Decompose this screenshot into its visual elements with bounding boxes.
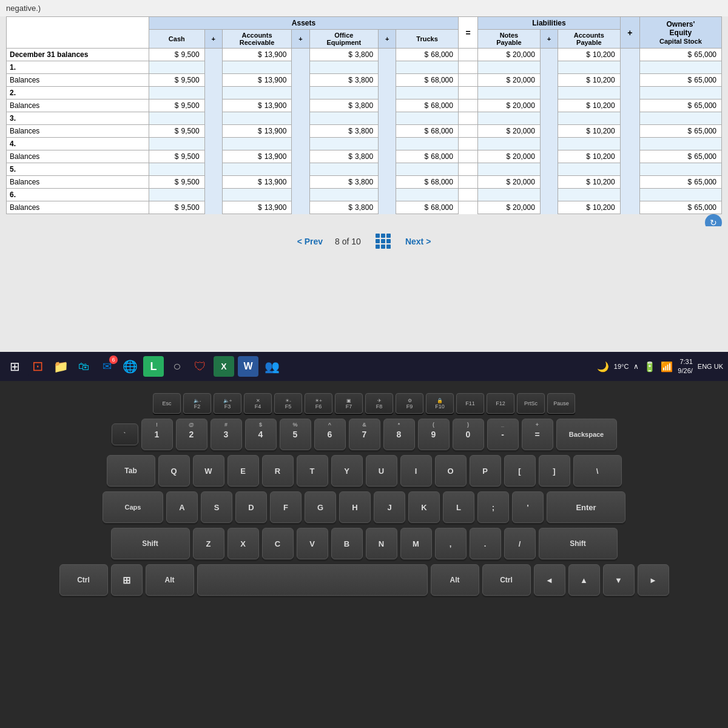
key-a[interactable]: A <box>166 491 198 523</box>
input-cash[interactable] <box>149 61 205 74</box>
key-g[interactable]: G <box>305 491 336 523</box>
key-pause[interactable]: Pause <box>547 393 575 414</box>
key-slash[interactable]: / <box>504 528 536 559</box>
windows-start-button[interactable]: ⊞ <box>5 357 24 376</box>
key-f6[interactable]: ☀+F6 <box>305 393 332 414</box>
input-ap[interactable] <box>558 163 620 176</box>
key-f4[interactable]: ✕F4 <box>244 393 272 414</box>
key-enter[interactable]: Enter <box>547 491 625 523</box>
key-rshift[interactable]: Shift <box>539 528 618 559</box>
input-ap[interactable] <box>558 87 620 99</box>
key-period[interactable]: . <box>470 528 501 559</box>
key-d[interactable]: D <box>235 491 267 523</box>
input-ar[interactable] <box>222 61 292 74</box>
key-z[interactable]: Z <box>193 528 224 559</box>
key-backslash[interactable]: \ <box>573 455 622 487</box>
input-notes[interactable] <box>478 87 541 99</box>
key-space[interactable] <box>197 564 428 596</box>
input-trucks[interactable] <box>396 138 459 150</box>
key-r[interactable]: R <box>262 455 294 487</box>
input-oe[interactable] <box>309 189 379 201</box>
input-trucks[interactable] <box>396 112 459 125</box>
input-cash[interactable] <box>149 87 205 99</box>
key-f5[interactable]: ☀-F5 <box>274 393 302 414</box>
key-e[interactable]: E <box>228 455 259 487</box>
input-oe[interactable] <box>309 163 379 176</box>
l-app-icon[interactable]: L <box>143 356 164 377</box>
key-f8[interactable]: ✈F8 <box>365 393 393 414</box>
input-cash[interactable] <box>149 189 205 201</box>
input-trucks[interactable] <box>396 87 459 99</box>
input-cash[interactable] <box>149 112 205 125</box>
input-trucks[interactable] <box>396 189 459 201</box>
key-5[interactable]: %5 <box>280 419 311 450</box>
input-oe[interactable] <box>309 112 379 125</box>
input-cash[interactable] <box>149 138 205 150</box>
key-1[interactable]: !1 <box>141 419 173 450</box>
key-u[interactable]: U <box>366 455 397 487</box>
key-7[interactable]: &7 <box>349 419 380 450</box>
key-h[interactable]: H <box>339 491 371 523</box>
input-cs[interactable] <box>639 87 721 99</box>
edge-icon[interactable]: 🌐 <box>120 357 140 376</box>
input-cs[interactable] <box>639 189 721 201</box>
key-2[interactable]: @2 <box>176 419 207 450</box>
key-left[interactable]: ◄ <box>534 564 565 596</box>
key-lalt[interactable]: Alt <box>146 564 194 596</box>
input-trucks[interactable] <box>396 163 459 176</box>
input-ap[interactable] <box>558 61 620 74</box>
key-esc[interactable]: Esc <box>153 393 181 414</box>
input-trucks[interactable] <box>396 61 459 74</box>
key-f12[interactable]: F12 <box>487 393 514 414</box>
key-m[interactable]: M <box>400 528 432 559</box>
key-up[interactable]: ▲ <box>568 564 600 596</box>
input-notes[interactable] <box>478 163 541 176</box>
file-explorer-icon[interactable]: 📁 <box>51 357 70 376</box>
key-backtick[interactable]: ` <box>112 423 138 445</box>
key-3[interactable]: #3 <box>211 419 242 450</box>
key-win[interactable]: ⊞ <box>111 564 143 596</box>
key-tab[interactable]: Tab <box>107 455 155 487</box>
key-comma[interactable]: , <box>435 528 467 559</box>
key-minus[interactable]: _- <box>487 419 519 450</box>
shield-icon[interactable]: 🛡 <box>190 357 210 376</box>
input-cs[interactable] <box>639 138 721 150</box>
key-caps[interactable]: Caps <box>103 491 163 523</box>
key-w[interactable]: W <box>193 455 224 487</box>
input-notes[interactable] <box>478 189 541 201</box>
scroll-icon[interactable]: ↻ <box>705 214 722 226</box>
input-ap[interactable] <box>558 189 620 201</box>
scroll-area[interactable]: ↻ <box>6 214 722 226</box>
input-ap[interactable] <box>558 112 620 125</box>
key-f2[interactable]: 🔈-F2 <box>183 393 211 414</box>
office-icon[interactable]: ⊡ <box>28 357 47 376</box>
input-oe[interactable] <box>309 61 379 74</box>
input-ar[interactable] <box>222 138 292 150</box>
key-f3[interactable]: 🔈+F3 <box>214 393 241 414</box>
key-semicolon[interactable]: ; <box>477 491 509 523</box>
input-cash[interactable] <box>149 163 205 176</box>
excel-icon[interactable]: X <box>214 356 234 377</box>
key-o[interactable]: O <box>435 455 467 487</box>
key-i[interactable]: I <box>400 455 432 487</box>
key-down[interactable]: ▼ <box>603 564 635 596</box>
key-c[interactable]: C <box>262 528 294 559</box>
input-notes[interactable] <box>478 112 541 125</box>
key-f7[interactable]: ▣F7 <box>335 393 363 414</box>
key-t[interactable]: T <box>297 455 328 487</box>
word-icon[interactable]: W <box>238 356 258 377</box>
key-q[interactable]: Q <box>158 455 190 487</box>
key-6[interactable]: ^6 <box>314 419 346 450</box>
mail-icon[interactable]: ✉ 6 <box>97 357 116 376</box>
next-button[interactable]: Next > <box>405 237 431 246</box>
key-rctrl[interactable]: Ctrl <box>482 564 531 596</box>
input-ar[interactable] <box>222 112 292 125</box>
key-right[interactable]: ► <box>638 564 669 596</box>
circle-app-icon[interactable]: ○ <box>167 357 187 376</box>
key-x[interactable]: X <box>228 528 259 559</box>
key-f[interactable]: F <box>270 491 302 523</box>
input-oe[interactable] <box>309 87 379 99</box>
key-k[interactable]: K <box>408 491 440 523</box>
key-lctrl[interactable]: Ctrl <box>59 564 108 596</box>
prev-button[interactable]: < Prev <box>297 237 323 246</box>
